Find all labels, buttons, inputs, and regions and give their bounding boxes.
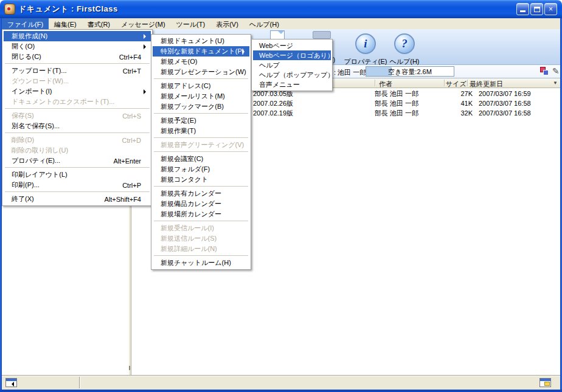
question-icon: ? [401,37,408,50]
menubar-item-format[interactable]: 書式(R) [82,18,116,29]
window-title: ドキュメント : FirstClass [18,4,118,15]
close-icon: × [549,5,553,13]
column-header-author[interactable]: 作者 [379,80,392,89]
maximize-button[interactable] [530,3,543,15]
menubar-item-edit[interactable]: 編集(E) [49,18,82,29]
list-item-size[interactable]: 41K [439,99,473,108]
column-divider [444,80,445,86]
menuitem-new-detail-rule: 新規詳細ルール(N) [153,244,249,254]
quota-label: 空き容量:2.6M [366,67,454,77]
menuitem-new-memo[interactable]: 新規メモ(O) [153,57,249,67]
help-button[interactable]: ? [394,33,415,54]
minimize-button[interactable] [516,3,529,15]
icon-header-stripe [6,379,16,381]
menuitem-exit[interactable]: 終了(X)Alt+Shift+F4 [4,194,151,204]
menuitem-open[interactable]: 開く(O) [4,41,151,52]
menuitem-new-bookmark[interactable]: 新規ブックマーク(B) [153,101,249,112]
submenu-arrow-icon [242,49,247,54]
list-item-modified[interactable]: 2007/03/07 16:58 [479,99,562,108]
menuitem-properties[interactable]: プロパティ(E)...Alt+Enter [4,156,151,166]
edit-pencil-icon[interactable]: ✎ [552,66,560,76]
menubar-item-tools[interactable]: ツール(T) [171,18,211,29]
menuitem-help-popup[interactable]: ヘルプ（ポップアップ） [253,70,331,80]
connected-user-label: : 池田 一郎 [334,68,366,77]
menuitem-new-send-rule: 新規送信ルール(S) [153,233,249,244]
column-divider [467,80,468,86]
menuitem-web-page-with-logo[interactable]: Webページ（ロゴあり） [253,50,331,60]
menuitem-save: 保存(S)Ctrl+S [4,111,151,121]
list-item-author[interactable]: 部長 池田 一郎 [375,109,440,118]
menuitem-import[interactable]: インポート(I) [4,86,151,97]
menuitem-help-doc[interactable]: ヘルプ [253,60,331,70]
titlebar[interactable]: ドキュメント : FirstClass × [0,0,562,18]
close-button[interactable]: × [544,3,557,15]
menuitem-new-document[interactable]: 新規ドキュメント(U) [153,36,249,46]
list-item-modified[interactable]: 2007/03/07 16:58 [479,109,562,118]
column-header-size[interactable]: サイズ [446,80,467,89]
menuitem-download: ダウンロード(W)... [4,76,151,86]
list-item-author[interactable]: 部長 池田 一郎 [375,99,440,108]
menuitem-new-event[interactable]: 新規予定(E) [153,115,249,126]
statusbar-divider [79,377,80,388]
menubar-item-file[interactable]: ファイル(F) [2,18,49,29]
minimize-icon [520,10,526,12]
column-header-modified[interactable]: 最終更新日 [470,80,503,89]
statusbar [2,375,560,390]
menuitem-new-voice-greeting: 新規音声グリーティング(V) [153,140,249,150]
layout-view-icon[interactable] [539,378,551,387]
window-border-bottom [0,390,562,392]
menubar-item-message[interactable]: メッセージ(M) [116,18,171,29]
menuitem-print-layout[interactable]: 印刷レイアウト(L) [4,170,151,180]
toolbar-partial-icon[interactable] [313,31,331,39]
submenu-arrow-icon [144,34,148,39]
menuitem-export-document: ドキュメントのエクスポート(T)... [4,97,151,107]
application-window: ドキュメント : FirstClass × ファイル(F) 編集(E) 書式(R… [0,0,562,392]
submenu-arrow-icon [144,44,148,49]
file-menu: 新規作成(N) 開く(O) 閉じる(C)Ctrl+F4 アップロード(T)...… [2,29,153,206]
menuitem-new-task[interactable]: 新規作業(T) [153,126,249,136]
menubar: ファイル(F) 編集(E) 書式(R) メッセージ(M) ツール(T) 表示(V… [2,18,560,29]
menuitem-close[interactable]: 閉じる(C)Ctrl+F4 [4,52,151,62]
menuitem-new-receive-rule: 新規受信ルール(I) [153,223,249,233]
sort-arrow-icon[interactable]: ▼ [553,80,558,86]
menuitem-voice-menu[interactable]: 音声メニュー [253,80,331,89]
menuitem-new-folder[interactable]: 新規フォルダ(F) [153,164,249,174]
menuitem-new-maillist[interactable]: 新規メールリスト(M) [153,91,249,101]
menuitem-print[interactable]: 印刷(P)...Ctrl+P [4,180,151,190]
menuitem-upload[interactable]: アップロード(T)...Ctrl+T [4,66,151,76]
properties-button[interactable]: i [355,33,376,54]
menubar-item-view[interactable]: 表示(V) [210,18,244,29]
list-item-modified[interactable]: 2007/03/07 16:59 [479,89,562,98]
column-divider [375,80,375,86]
document-icon[interactable] [270,30,285,40]
blue-square-icon [543,70,549,75]
list-item-size[interactable]: 27K [439,89,473,98]
left-arrow-icon [9,382,14,387]
info-icon: i [364,37,367,50]
list-item-name[interactable]: 2007.02.19版 [253,109,372,118]
toggle-pane-icon[interactable] [5,378,17,387]
menuitem-new[interactable]: 新規作成(N) [4,31,151,41]
menubar-item-help[interactable]: ヘルプ(H) [244,18,285,29]
menuitem-web-page[interactable]: Webページ [253,41,331,50]
new-document-submenu: 新規ドキュメント(U) 特別な新規ドキュメント(P) 新規メモ(O) 新規プレゼ… [151,34,251,270]
menuitem-new-chatroom[interactable]: 新規チャットルーム(H) [153,258,249,268]
menuitem-special-new-document[interactable]: 特別な新規ドキュメント(P) [153,46,249,57]
menuitem-new-presentation[interactable]: 新規プレゼンテーション(W) [153,67,249,77]
menuitem-new-resource-calendar[interactable]: 新規備品カレンダー [153,199,249,209]
menuitem-new-location-calendar[interactable]: 新規場所カレンダー [153,209,249,219]
list-item-size[interactable]: 32K [439,109,473,118]
menuitem-undelete: 削除の取り消し(U) [4,145,151,156]
menuitem-new-conference[interactable]: 新規会議室(C) [153,154,249,164]
submenu-arrow-icon [144,89,148,94]
menuitem-new-shared-calendar[interactable]: 新規共有カレンダー [153,188,249,199]
menuitem-save-as[interactable]: 別名で保存(S)... [4,121,151,131]
menuitem-new-address[interactable]: 新規アドレス(C) [153,81,249,91]
menuitem-new-contact[interactable]: 新規コンタクト [153,174,249,185]
yellow-panel-icon [544,382,550,386]
icon-header-stripe [540,379,550,381]
storage-quota-gauge: 空き容量:2.6M [366,66,454,77]
list-item-author[interactable]: 部長 池田 一郎 [375,89,440,98]
history-icon[interactable] [539,67,549,77]
list-item-name[interactable]: 2007.02.26版 [253,99,372,108]
